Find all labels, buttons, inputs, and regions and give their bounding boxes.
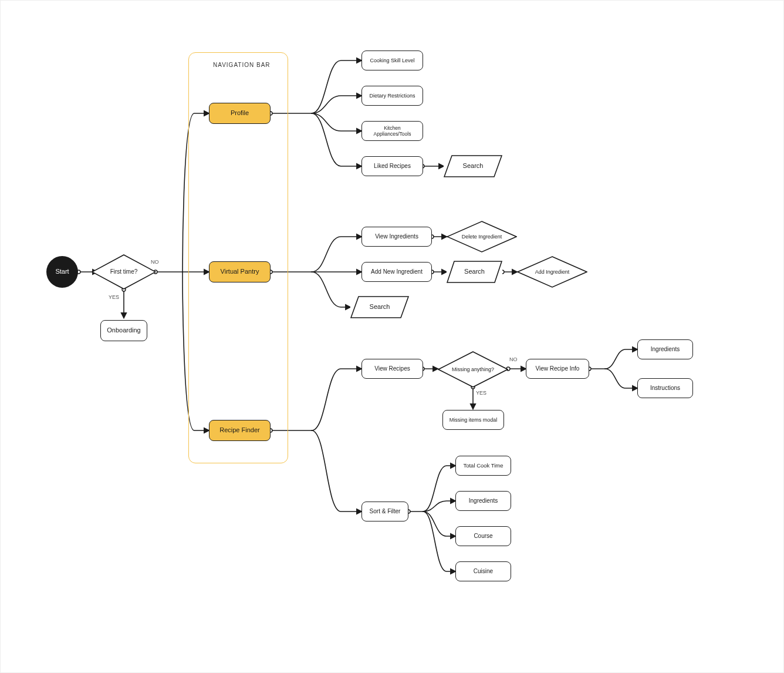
recipe-missing-label: Missing anything? bbox=[445, 366, 501, 373]
recipe-view-label: View Recipes bbox=[374, 365, 410, 372]
pantry-add-label: Add New Ingredient bbox=[371, 268, 423, 275]
onboarding-node: Onboarding bbox=[100, 320, 147, 341]
start-node: Start bbox=[46, 256, 78, 288]
nav-recipe-finder: Recipe Finder bbox=[209, 420, 271, 441]
pantry-search-label: Search bbox=[370, 303, 390, 311]
recipe-info-instructions-node: Instructions bbox=[637, 378, 693, 398]
recipe-missing-modal-node: Missing items modal bbox=[442, 410, 504, 430]
pantry-add-search-node: Search bbox=[447, 261, 502, 283]
profile-diet-label: Dietary Restrictions bbox=[369, 93, 415, 99]
pantry-search-node: Search bbox=[350, 296, 409, 318]
recipe-view-info-node: View Recipe Info bbox=[526, 359, 589, 379]
decision-first-time: First time? bbox=[92, 254, 156, 290]
nav-recipe-finder-label: Recipe Finder bbox=[219, 426, 259, 434]
recipe-info-ingredients-node: Ingredients bbox=[637, 339, 693, 359]
edge-label-missing-no: NO bbox=[509, 356, 518, 362]
pantry-add-ingredient-node: Add Ingredient bbox=[517, 256, 587, 288]
flowchart-canvas: Start First time? NO YES Onboarding NAVI… bbox=[0, 0, 784, 673]
sort-ingredients-node: Ingredients bbox=[455, 491, 511, 511]
edge-label-no: NO bbox=[151, 259, 159, 265]
pantry-view-label: View Ingredients bbox=[375, 233, 418, 240]
profile-tools-label: Kitchen Appliances/Tools bbox=[367, 125, 418, 137]
nav-profile-label: Profile bbox=[231, 109, 249, 117]
profile-liked-search-label: Search bbox=[463, 162, 484, 170]
nav-virtual-pantry-label: Virtual Pantry bbox=[221, 268, 259, 275]
profile-tools-node: Kitchen Appliances/Tools bbox=[361, 121, 423, 141]
profile-liked-node: Liked Recipes bbox=[361, 156, 423, 176]
sort-cuisine-label: Cuisine bbox=[474, 568, 493, 575]
pantry-add-search-label: Search bbox=[464, 268, 485, 275]
recipe-view-info-label: View Recipe Info bbox=[536, 365, 580, 372]
recipe-info-ingredients-label: Ingredients bbox=[651, 346, 680, 353]
sort-time-node: Total Cook Time bbox=[455, 456, 511, 476]
profile-liked-label: Liked Recipes bbox=[374, 163, 411, 170]
recipe-sort-filter-node: Sort & Filter bbox=[361, 502, 408, 521]
pantry-add-ingredient-label: Add Ingredient bbox=[528, 269, 577, 275]
pantry-add-node: Add New Ingredient bbox=[361, 262, 432, 282]
edge-label-yes: YES bbox=[109, 294, 119, 300]
profile-diet-node: Dietary Restrictions bbox=[361, 86, 423, 106]
pantry-delete-node: Delete Ingredient bbox=[447, 221, 517, 253]
sort-ingredients-label: Ingredients bbox=[469, 497, 498, 504]
sort-cuisine-node: Cuisine bbox=[455, 561, 511, 581]
recipe-missing-modal-label: Missing items modal bbox=[450, 417, 498, 423]
pantry-delete-label: Delete Ingredient bbox=[455, 234, 509, 240]
nav-virtual-pantry: Virtual Pantry bbox=[209, 261, 271, 282]
profile-skill-label: Cooking Skill Level bbox=[370, 58, 414, 64]
edge-label-missing-yes: YES bbox=[476, 390, 486, 396]
recipe-view-node: View Recipes bbox=[361, 359, 423, 379]
sort-course-node: Course bbox=[455, 526, 511, 546]
recipe-sort-filter-label: Sort & Filter bbox=[370, 508, 401, 515]
start-label: Start bbox=[55, 268, 69, 275]
recipe-missing-decision: Missing anything? bbox=[438, 351, 508, 388]
profile-skill-node: Cooking Skill Level bbox=[361, 51, 423, 70]
decision-first-time-label: First time? bbox=[103, 268, 145, 275]
onboarding-label: Onboarding bbox=[107, 327, 141, 334]
nav-profile: Profile bbox=[209, 103, 271, 124]
sort-time-label: Total Cook Time bbox=[463, 462, 503, 469]
recipe-info-instructions-label: Instructions bbox=[650, 385, 680, 392]
sort-course-label: Course bbox=[474, 533, 492, 540]
nav-group-title: NAVIGATION BAR bbox=[213, 62, 271, 68]
profile-liked-search-node: Search bbox=[444, 155, 502, 177]
pantry-view-node: View Ingredients bbox=[361, 227, 432, 247]
